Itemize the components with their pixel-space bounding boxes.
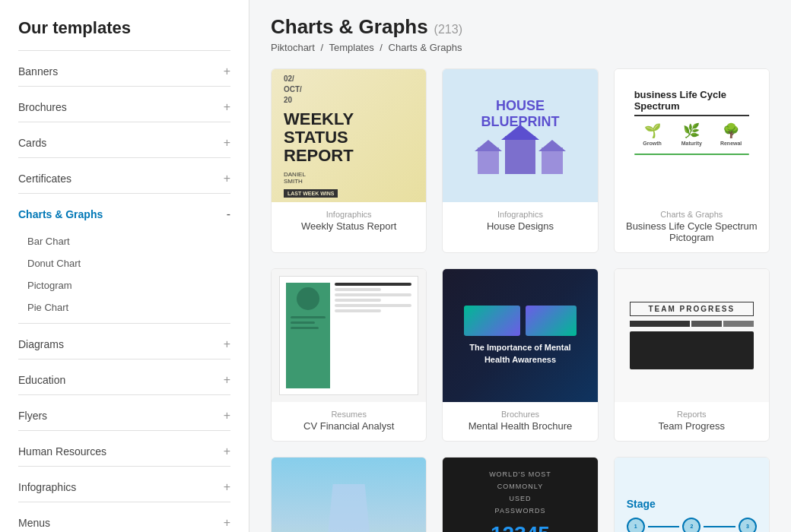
expand-icon: + [224,373,230,387]
template-category-2: Infographics [452,210,588,219]
expand-icon: + [224,65,230,78]
sidebar-divider [18,86,230,87]
template-card-6[interactable]: TEAM PROGRESS Reports Team Progress [614,268,770,442]
template-thumb-6: TEAM PROGRESS [615,269,769,402]
template-name-5: Mental Health Brochure [452,420,588,432]
template-info-3: Charts & Graphs Business Life Cycle Spec… [615,202,769,252]
template-card-3[interactable]: business Life Cycle Spectrum 🌱 Growth 🌿 … [614,68,770,253]
template-name-3: Business Life Cycle Spectrum Pictogram [624,220,760,243]
sidebar-item-donut-chart[interactable]: Donut Chart [0,252,249,274]
template-category-6: Reports [624,410,760,419]
breadcrumb-part-1[interactable]: Piktochart [271,42,315,53]
template-name-1: Weekly Status Report [281,220,417,232]
sidebar-divider [18,502,230,502]
template-thumb-7 [272,458,426,532]
template-category-3: Charts & Graphs [624,210,760,219]
template-info-5: Brochures Mental Health Brochure [443,402,597,441]
sidebar-divider [18,193,230,194]
template-info-1: Infographics Weekly Status Report [272,202,426,241]
template-name-2: House Designs [452,220,588,232]
template-card-9[interactable]: Stage 1 2 3 HOW LONG DOES STAGE OF LAST? [614,457,770,532]
sidebar-title: Our templates [0,12,249,50]
template-thumb-5: The Importance of Mental Health Awarenes… [443,269,597,402]
template-card-8[interactable]: WORLD'S MOST COMMONLY USED PASSWORDS 123… [442,457,598,532]
sidebar-divider [18,157,230,158]
page-title-count: (213) [434,23,462,36]
sidebar-sub-charts: Bar Chart Donut Chart Pictogram Pie Char… [0,229,249,323]
template-card-7[interactable] [271,457,427,532]
expand-icon: + [224,480,230,494]
sidebar-item-certificates[interactable]: Certificates + [0,164,249,193]
sidebar-item-pie-chart[interactable]: Pie Chart [0,296,249,318]
template-category-5: Brochures [452,410,588,419]
app-container: Our templates Banners + Brochures + Card… [0,0,791,532]
breadcrumb-part-3[interactable]: Charts & Graphs [389,42,462,53]
sidebar-item-bar-chart[interactable]: Bar Chart [0,230,249,252]
template-thumb-9: Stage 1 2 3 HOW LONG DOES STAGE OF LAST? [615,458,769,532]
templates-grid: 02/OCT/20 WEEKLYSTATUSREPORT DANIELSMITH… [271,68,770,532]
template-name-4: CV Financial Analyst [281,420,417,432]
breadcrumb: Piktochart / Templates / Charts & Graphs [271,42,770,53]
template-card-1[interactable]: 02/OCT/20 WEEKLYSTATUSREPORT DANIELSMITH… [271,68,427,253]
sidebar-item-diagrams[interactable]: Diagrams + [0,330,249,359]
template-info-6: Reports Team Progress [615,402,769,441]
sidebar-item-flyers[interactable]: Flyers + [0,401,249,430]
expand-icon: + [224,172,230,185]
sidebar-divider [18,394,230,395]
expand-icon: + [224,136,230,150]
template-card-2[interactable]: HOUSEBLUEPRINT Infographics House Design… [442,68,598,253]
sidebar-divider [18,359,230,359]
template-category-1: Infographics [281,210,417,219]
template-info-2: Infographics House Designs [443,202,597,241]
sidebar-item-banners[interactable]: Banners + [0,57,249,86]
sidebar-item-human-resources[interactable]: Human Resources + [0,437,249,466]
sidebar-item-menus[interactable]: Menus + [0,508,249,532]
template-thumb-1: 02/OCT/20 WEEKLYSTATUSREPORT DANIELSMITH… [272,69,426,202]
collapse-icon: - [227,207,230,221]
page-title-text: Charts & Graphs [271,15,428,39]
expand-icon: + [224,516,230,530]
template-name-6: Team Progress [624,420,760,432]
template-card-4[interactable]: Resumes CV Financial Analyst [271,268,427,442]
expand-icon: + [224,337,230,351]
sidebar-item-charts-graphs[interactable]: Charts & Graphs - [0,200,249,229]
sidebar-item-pictogram[interactable]: Pictogram [0,274,249,296]
sidebar-item-brochures[interactable]: Brochures + [0,93,249,122]
sidebar-divider [18,323,230,324]
sidebar: Our templates Banners + Brochures + Card… [0,0,249,532]
template-info-4: Resumes CV Financial Analyst [272,402,426,441]
breadcrumb-part-2[interactable]: Templates [329,42,373,53]
expand-icon: + [224,409,230,423]
template-thumb-8: WORLD'S MOST COMMONLY USED PASSWORDS 123… [443,458,597,532]
sidebar-divider [18,430,230,431]
sidebar-divider [18,122,230,122]
sidebar-item-cards[interactable]: Cards + [0,128,249,157]
expand-icon: + [224,100,230,114]
template-thumb-3: business Life Cycle Spectrum 🌱 Growth 🌿 … [615,69,769,202]
template-thumb-2: HOUSEBLUEPRINT [443,69,597,202]
sidebar-divider [18,466,230,467]
sidebar-item-infographics[interactable]: Infographics + [0,473,249,502]
main-content: Charts & Graphs (213) Piktochart / Templ… [249,0,791,532]
sidebar-divider [18,50,230,51]
template-category-4: Resumes [281,410,417,419]
template-card-5[interactable]: The Importance of Mental Health Awarenes… [442,268,598,442]
expand-icon: + [224,445,230,458]
template-thumb-4 [272,269,426,402]
sidebar-item-education[interactable]: Education + [0,366,249,394]
page-title: Charts & Graphs (213) [271,15,770,39]
page-header: Charts & Graphs (213) Piktochart / Templ… [271,15,770,53]
